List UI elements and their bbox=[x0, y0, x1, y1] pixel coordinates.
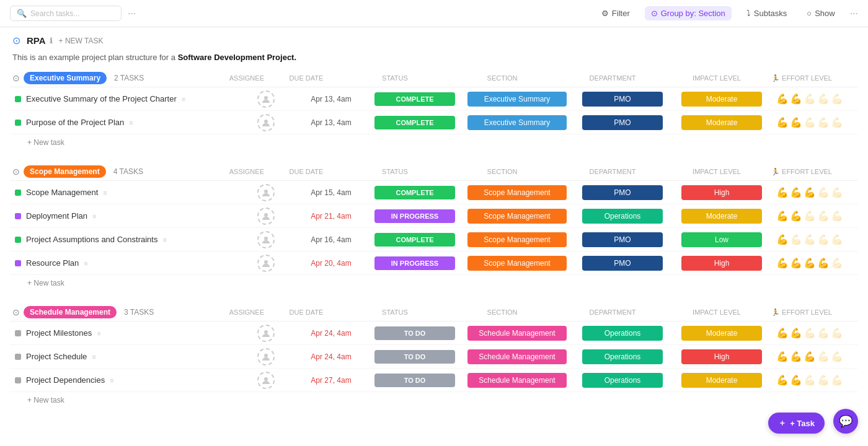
task-color-dot bbox=[15, 213, 21, 219]
task-assignee[interactable] bbox=[238, 231, 294, 248]
dept-badge: PMO bbox=[582, 185, 663, 200]
avatar[interactable] bbox=[257, 90, 275, 108]
drag-handle-icon[interactable]: ≡ bbox=[110, 377, 113, 384]
avatar[interactable] bbox=[257, 231, 275, 248]
task-status-cell: COMPLETE bbox=[368, 114, 461, 131]
new-task-row[interactable]: + New task bbox=[10, 392, 858, 408]
new-task-button[interactable]: + NEW TASK bbox=[59, 37, 104, 45]
task-name-cell: Project Schedule ≡ bbox=[10, 352, 238, 361]
topbar-more-icon[interactable]: ··· bbox=[850, 8, 858, 19]
drag-handle-icon[interactable]: ≡ bbox=[97, 330, 100, 337]
more-options-icon[interactable]: ··· bbox=[128, 8, 136, 19]
task-status-cell: COMPLETE bbox=[368, 184, 461, 201]
search-placeholder: Search tasks... bbox=[30, 9, 79, 18]
task-dept-cell: Operations bbox=[573, 371, 672, 390]
drag-handle-icon[interactable]: ≡ bbox=[162, 236, 166, 243]
table-row: Project Milestones ≡ Apr 24, 4am TO DO S… bbox=[10, 321, 858, 345]
impact-badge: Moderate bbox=[681, 326, 762, 341]
task-assignee[interactable] bbox=[238, 348, 294, 365]
task-assignee[interactable] bbox=[238, 184, 294, 201]
status-badge: TO DO bbox=[374, 326, 455, 340]
impact-badge: High bbox=[681, 349, 762, 364]
avatar[interactable] bbox=[257, 372, 275, 389]
drag-handle-icon[interactable]: ≡ bbox=[103, 189, 107, 196]
effort-icon: 💪 bbox=[790, 93, 802, 105]
table-row: Executive Summary of the Project Charter… bbox=[10, 87, 858, 111]
drag-handle-icon[interactable]: ≡ bbox=[84, 260, 87, 267]
avatar[interactable] bbox=[257, 325, 275, 342]
effort-icon: 💪 bbox=[790, 116, 802, 128]
task-status-cell: IN PROGRESS bbox=[368, 208, 461, 225]
effort-icon: 💪 bbox=[804, 116, 816, 128]
section-block-scope-management: ⊙ Scope Management 4 TASKS ASSIGNEE DUE … bbox=[10, 163, 858, 291]
project-collapse-icon[interactable]: ⊙ bbox=[12, 35, 20, 46]
avatar[interactable] bbox=[257, 208, 275, 225]
section-toggle-executive-summary[interactable]: ⊙ bbox=[12, 73, 20, 83]
effort-icon: 💪 bbox=[790, 374, 802, 386]
chat-fab[interactable]: 💬 bbox=[833, 409, 858, 421]
status-badge: COMPLETE bbox=[374, 233, 455, 247]
search-box[interactable]: 🔍 Search tasks... bbox=[10, 6, 122, 21]
task-section-cell: Scope Management bbox=[461, 230, 573, 249]
section-col-assignee: ASSIGNEE bbox=[229, 74, 264, 82]
filter-button[interactable]: ⚙ Filter bbox=[596, 6, 635, 20]
task-name-cell: Executive Summary of the Project Charter… bbox=[10, 94, 238, 103]
drag-handle-icon[interactable]: ≡ bbox=[182, 95, 185, 103]
task-assignee[interactable] bbox=[238, 90, 294, 108]
section-toggle-scope-management[interactable]: ⊙ bbox=[12, 167, 20, 177]
task-impact-cell: Moderate bbox=[672, 324, 771, 343]
effort-icon: 💪 bbox=[831, 327, 843, 339]
task-due-date: Apr 16, 4am bbox=[294, 235, 368, 244]
task-due-date: Apr 21, 4am bbox=[294, 212, 368, 221]
drag-handle-icon[interactable]: ≡ bbox=[92, 212, 96, 220]
show-icon: ○ bbox=[807, 9, 812, 18]
effort-icon: 💪 bbox=[804, 186, 816, 198]
task-color-dot bbox=[15, 330, 21, 336]
task-section-cell: Schedule Management bbox=[461, 324, 573, 343]
effort-icon: 💪 bbox=[804, 351, 816, 362]
subtasks-button[interactable]: ⤵ Subtasks bbox=[742, 6, 792, 20]
section-block-executive-summary: ⊙ Executive Summary 2 TASKS ASSIGNEE DUE… bbox=[10, 69, 858, 151]
group-by-button[interactable]: ⊙ Group by: Section bbox=[645, 6, 732, 20]
avatar[interactable] bbox=[257, 348, 275, 365]
drag-handle-icon[interactable]: ≡ bbox=[129, 119, 133, 126]
task-impact-cell: Moderate bbox=[672, 90, 771, 108]
task-color-dot bbox=[15, 354, 21, 360]
search-icon: 🔍 bbox=[17, 9, 27, 18]
task-dept-cell: PMO bbox=[573, 90, 672, 108]
task-assignee[interactable] bbox=[238, 372, 294, 389]
impact-badge: Moderate bbox=[681, 373, 762, 388]
avatar[interactable] bbox=[257, 114, 275, 131]
impact-badge: Moderate bbox=[681, 115, 762, 130]
effort-icon: 💪 bbox=[831, 234, 843, 245]
section-task-count-scope-management: 4 TASKS bbox=[111, 167, 143, 176]
task-effort-cell: 💪💪💪💪💪 bbox=[771, 351, 858, 362]
task-name-cell: Project Milestones ≡ bbox=[10, 328, 238, 338]
task-section-cell: Scope Management bbox=[461, 183, 573, 202]
table-row: Project Schedule ≡ Apr 24, 4am TO DO Sch… bbox=[10, 345, 858, 369]
section-col-dept: DEPARTMENT bbox=[563, 168, 662, 175]
task-assignee[interactable] bbox=[238, 114, 294, 131]
new-task-row[interactable]: + New task bbox=[10, 275, 858, 291]
task-assignee[interactable] bbox=[238, 208, 294, 225]
task-assignee[interactable] bbox=[238, 255, 294, 272]
avatar[interactable] bbox=[257, 184, 275, 201]
new-task-row[interactable]: + New task bbox=[10, 134, 858, 151]
section-header-scope-management: ⊙ Scope Management 4 TASKS ASSIGNEE DUE … bbox=[10, 163, 858, 181]
section-col-section: SECTION bbox=[446, 74, 558, 82]
avatar[interactable] bbox=[257, 255, 275, 272]
project-title: RPA ℹ bbox=[27, 35, 53, 46]
task-assignee[interactable] bbox=[238, 325, 294, 342]
show-button[interactable]: ○ Show bbox=[802, 6, 839, 20]
effort-icon: 💪 bbox=[776, 234, 789, 245]
project-info-icon: ℹ bbox=[50, 37, 53, 45]
task-due-date: Apr 24, 4am bbox=[294, 352, 368, 361]
section-toggle-schedule-management[interactable]: ⊙ bbox=[12, 307, 20, 317]
effort-icon: 💪 bbox=[817, 210, 830, 222]
drag-handle-icon[interactable]: ≡ bbox=[92, 353, 95, 361]
svg-point-5 bbox=[264, 260, 268, 264]
task-due-date: Apr 15, 4am bbox=[294, 188, 368, 197]
add-task-fab[interactable]: ＋ + Task bbox=[768, 413, 825, 421]
effort-icon: 💪 bbox=[817, 257, 830, 269]
project-header: ⊙ RPA ℹ + NEW TASK bbox=[0, 27, 868, 49]
